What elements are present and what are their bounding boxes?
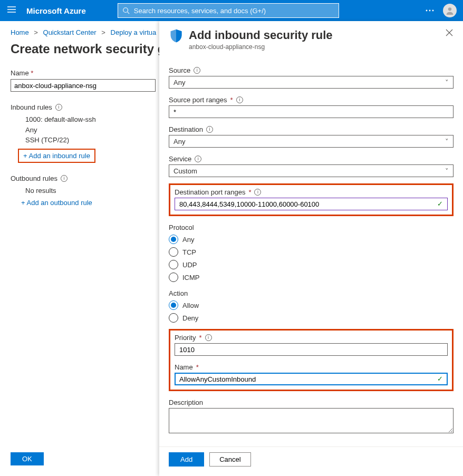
action-label: Action — [169, 289, 188, 297]
outbound-rules-heading: Outbound rules — [11, 174, 57, 182]
info-icon[interactable]: i — [254, 189, 261, 196]
add-inbound-rule-panel: Add inbound security rule anbox-cloud-ap… — [159, 21, 463, 476]
action-radio-allow[interactable]: Allow — [169, 300, 454, 310]
rule-name-input[interactable]: ✓ — [175, 373, 448, 385]
description-label: Description — [169, 399, 203, 406]
svg-point-2 — [426, 10, 428, 12]
chevron-down-icon: ˅ — [445, 138, 449, 145]
protocol-radio-icmp[interactable]: ICMP — [169, 273, 454, 282]
svg-point-0 — [123, 8, 128, 13]
svg-point-4 — [432, 10, 434, 12]
add-button[interactable]: Add — [169, 452, 204, 467]
priority-input[interactable] — [175, 343, 448, 356]
search-icon — [122, 7, 130, 14]
ok-button[interactable]: OK — [11, 452, 44, 465]
info-icon[interactable]: i — [206, 126, 213, 133]
priority-label: Priority — [175, 334, 196, 342]
protocol-radio-udp[interactable]: UDP — [169, 260, 454, 269]
cancel-button[interactable]: Cancel — [209, 452, 250, 467]
crumb-deploy[interactable]: Deploy a virtua — [111, 28, 157, 36]
top-bar: Microsoft Azure Search resources, servic… — [0, 0, 463, 21]
info-icon[interactable]: i — [195, 156, 201, 162]
rule-name-label: Name — [175, 363, 193, 371]
more-icon[interactable] — [425, 6, 435, 15]
protocol-radio-tcp[interactable]: TCP — [169, 247, 454, 257]
dest-port-label: Destination port ranges — [175, 188, 245, 196]
add-inbound-rule-link[interactable]: + Add an inbound rule — [18, 149, 95, 163]
service-select[interactable]: Custom˅ — [169, 164, 454, 177]
info-icon[interactable]: i — [55, 104, 62, 111]
svg-line-1 — [127, 12, 129, 14]
info-icon[interactable]: i — [236, 96, 243, 103]
info-icon[interactable]: i — [61, 175, 67, 182]
close-icon[interactable] — [445, 28, 454, 37]
protocol-label: Protocol — [169, 224, 194, 231]
checkmark-icon: ✓ — [437, 375, 443, 383]
service-label: Service — [169, 155, 191, 163]
dest-port-highlight: Destination port ranges * i ✓ — [169, 183, 454, 216]
brand-label: Microsoft Azure — [26, 6, 86, 15]
user-avatar[interactable] — [443, 4, 457, 17]
search-placeholder: Search resources, services, and docs (G+… — [134, 7, 266, 15]
crumb-home[interactable]: Home — [11, 28, 29, 36]
info-icon[interactable]: i — [194, 67, 200, 74]
panel-subtitle: anbox-cloud-appliance-nsg — [189, 43, 333, 51]
name-field-label: Name — [11, 69, 29, 77]
source-label: Source — [169, 66, 190, 74]
source-select[interactable]: Any˅ — [169, 76, 454, 89]
checkmark-icon: ✓ — [437, 200, 443, 208]
dest-port-input[interactable]: ✓ — [175, 198, 448, 210]
protocol-radio-any[interactable]: Any — [169, 235, 454, 244]
priority-name-highlight: Priority * i Name * ✓ — [169, 329, 454, 391]
nsg-name-input[interactable] — [11, 79, 156, 92]
destination-label: Destination — [169, 125, 203, 133]
description-textarea[interactable] — [169, 408, 454, 433]
action-radio-deny[interactable]: Deny — [169, 313, 454, 323]
chevron-down-icon: ˅ — [445, 167, 449, 175]
source-port-label: Source port ranges — [169, 96, 227, 104]
crumb-quickstart[interactable]: Quickstart Center — [43, 28, 97, 36]
chevron-down-icon: ˅ — [445, 79, 449, 86]
hamburger-menu-icon[interactable] — [6, 4, 17, 17]
info-icon[interactable]: i — [205, 334, 212, 341]
svg-point-3 — [429, 10, 431, 12]
destination-select[interactable]: Any˅ — [169, 135, 454, 148]
global-search-input[interactable]: Search resources, services, and docs (G+… — [118, 3, 339, 18]
source-port-input[interactable] — [169, 105, 454, 118]
svg-point-5 — [448, 7, 451, 11]
add-outbound-rule-link[interactable]: + Add an outbound rule — [21, 199, 92, 207]
shield-icon — [169, 28, 184, 43]
inbound-rules-heading: Inbound rules — [11, 103, 52, 111]
panel-title: Add inbound security rule — [189, 28, 333, 42]
